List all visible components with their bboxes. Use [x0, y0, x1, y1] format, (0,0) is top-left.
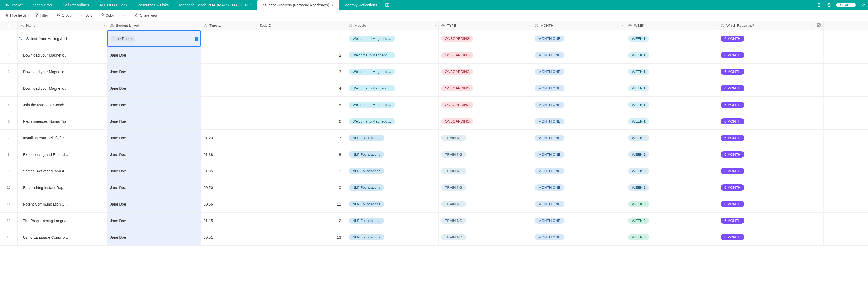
- chevron-down-icon[interactable]: ▼: [810, 24, 812, 27]
- row-number-cell[interactable]: 12: [0, 213, 18, 229]
- cell-roadmap[interactable]: 6 MONTH: [718, 47, 814, 63]
- cell-type[interactable]: TRAINING: [438, 229, 532, 245]
- hide-fields-button[interactable]: Hide fields: [3, 12, 28, 19]
- cell-checkbox[interactable]: [814, 180, 824, 196]
- cell-time[interactable]: [201, 80, 251, 96]
- table-row[interactable]: 3Download your Magnetic ...Jane Doe3Welc…: [0, 64, 868, 80]
- row-number-cell[interactable]: 11: [0, 196, 18, 212]
- cell-name[interactable]: Recommended Bonus Tra...: [18, 113, 107, 129]
- chevron-down-icon[interactable]: ▼: [528, 24, 530, 27]
- column-header-week[interactable]: WEEK ▼: [625, 21, 718, 30]
- cell-module[interactable]: Welcome to Magnetic ...: [346, 113, 438, 129]
- cell-time[interactable]: 00:56: [201, 196, 251, 212]
- cell-time[interactable]: 01:38: [201, 146, 251, 163]
- cell-week[interactable]: WEEK 3: [625, 196, 718, 212]
- column-header-student-linked[interactable]: Student Linked ▼: [107, 21, 201, 30]
- filter-button[interactable]: Filter: [33, 12, 50, 19]
- row-number-cell[interactable]: 7: [0, 130, 18, 146]
- cell-module[interactable]: Welcome to Magnetic ...: [346, 30, 438, 47]
- cell-task-id[interactable]: 8: [251, 146, 346, 163]
- cell-module[interactable]: NLP Foundations: [346, 180, 438, 196]
- row-height-button[interactable]: [121, 12, 128, 19]
- cell-checkbox[interactable]: [814, 64, 824, 80]
- cell-module[interactable]: NLP Foundations: [346, 196, 438, 212]
- cell-month[interactable]: MONTH ONE: [532, 213, 625, 229]
- cell-month[interactable]: MONTH ONE: [532, 229, 625, 245]
- cell-task-id[interactable]: 3: [251, 64, 346, 80]
- add-view-button[interactable]: [382, 0, 392, 10]
- column-header-time[interactable]: Time ... ▼: [201, 21, 251, 30]
- row-number-cell[interactable]: 10: [0, 180, 18, 196]
- cell-name[interactable]: Download your Magnetic ...: [18, 80, 107, 96]
- table-row[interactable]: 12The Programming Langua...Jane Doe01:15…: [0, 213, 868, 229]
- cell-student-linked[interactable]: Jane Doe: [107, 130, 201, 146]
- cell-time[interactable]: [201, 64, 251, 80]
- table-row[interactable]: 6Recommended Bonus Tra...Jane Doe6Welcom…: [0, 113, 868, 130]
- cell-type[interactable]: ONBOARDING: [438, 80, 532, 96]
- cell-month[interactable]: MONTH ONE: [532, 64, 625, 80]
- cell-roadmap[interactable]: 6 MONTH: [718, 80, 814, 96]
- table-row[interactable]: 4Download your Magnetic ...Jane Doe4Welc…: [0, 80, 868, 97]
- cell-week[interactable]: WEEK 2: [625, 146, 718, 163]
- row-number-cell[interactable]: [0, 30, 18, 47]
- group-button[interactable]: Group: [55, 12, 73, 19]
- cell-roadmap[interactable]: 6 MONTH: [718, 213, 814, 229]
- row-number-cell[interactable]: 6: [0, 113, 18, 129]
- cell-month[interactable]: MONTH ONE: [532, 130, 625, 146]
- cell-module[interactable]: NLP Foundations: [346, 229, 438, 245]
- cell-task-id[interactable]: 10: [251, 180, 346, 196]
- trash-button[interactable]: [814, 0, 824, 10]
- row-number-cell[interactable]: 5: [0, 97, 18, 113]
- cell-task-id[interactable]: 9: [251, 163, 346, 179]
- row-number-cell[interactable]: 8: [0, 146, 18, 163]
- cell-week[interactable]: WEEK 1: [625, 97, 718, 113]
- column-header-module[interactable]: Module ▼: [346, 21, 438, 30]
- row-number-cell[interactable]: 3: [0, 64, 18, 80]
- cell-module[interactable]: Welcome to Magnetic ...: [346, 64, 438, 80]
- cell-roadmap[interactable]: 6 MONTH: [718, 130, 814, 146]
- cell-week[interactable]: WEEK 2: [625, 130, 718, 146]
- cell-checkbox[interactable]: [814, 97, 824, 113]
- row-number-cell[interactable]: 4: [0, 80, 18, 96]
- linked-record-chip[interactable]: Jane Doe✕: [111, 36, 135, 42]
- cell-time[interactable]: 01:15: [201, 213, 251, 229]
- cell-task-id[interactable]: 5: [251, 97, 346, 113]
- view-tab[interactable]: Magnetic Coach ROADMAPS - MASTER▼: [174, 0, 257, 10]
- share-base-button[interactable]: SHARE: [834, 0, 858, 10]
- cell-roadmap[interactable]: 6 MONTH: [718, 64, 814, 80]
- cell-task-id[interactable]: 4: [251, 80, 346, 96]
- cell-month[interactable]: MONTH ONE: [532, 180, 625, 196]
- cell-time[interactable]: 00:50: [201, 180, 251, 196]
- cell-name[interactable]: Establishing Instant Rapp...: [18, 180, 107, 196]
- remove-link-icon[interactable]: ✕: [130, 37, 133, 40]
- view-tab[interactable]: Monthly Reflections: [339, 0, 382, 10]
- cell-checkbox[interactable]: [814, 196, 824, 212]
- cell-task-id[interactable]: 6: [251, 113, 346, 129]
- cell-name[interactable]: Using Language Conscio...: [18, 229, 107, 245]
- row-number-cell[interactable]: 2: [0, 47, 18, 63]
- row-number-cell[interactable]: 9: [0, 163, 18, 179]
- cell-name[interactable]: Join the Magnetic Coach...: [18, 97, 107, 113]
- cell-month[interactable]: MONTH ONE: [532, 146, 625, 163]
- cell-month[interactable]: MONTH ONE: [532, 113, 625, 129]
- cell-task-id[interactable]: 11: [251, 196, 346, 212]
- share-view-button[interactable]: Share view: [133, 12, 159, 19]
- cell-task-id[interactable]: 7: [251, 130, 346, 146]
- chevron-down-icon[interactable]: ▼: [247, 24, 249, 27]
- cell-name[interactable]: Submit Your Mailing Addr...: [18, 30, 107, 47]
- table-row[interactable]: 10Establishing Instant Rapp...Jane Doe00…: [0, 180, 868, 196]
- table-row[interactable]: 8Experiencing and Embod...Jane Doe01:388…: [0, 146, 868, 163]
- cell-week[interactable]: WEEK 3: [625, 229, 718, 245]
- cell-month[interactable]: MONTH ONE: [532, 30, 625, 47]
- row-number-cell[interactable]: 13: [0, 229, 18, 245]
- cell-type[interactable]: ONBOARDING: [438, 30, 532, 47]
- history-button[interactable]: [824, 0, 834, 10]
- cell-week[interactable]: WEEK 1: [625, 113, 718, 129]
- cell-name[interactable]: The Programming Langua...: [18, 213, 107, 229]
- cell-module[interactable]: Welcome to Magnetic ...: [346, 80, 438, 96]
- column-header-name[interactable]: Name ▼: [18, 21, 107, 30]
- cell-student-linked[interactable]: Jane Doe: [107, 64, 201, 80]
- cell-week[interactable]: WEEK 1: [625, 64, 718, 80]
- chevron-down-icon[interactable]: ▼: [103, 24, 105, 27]
- cell-roadmap[interactable]: 6 MONTH: [718, 196, 814, 212]
